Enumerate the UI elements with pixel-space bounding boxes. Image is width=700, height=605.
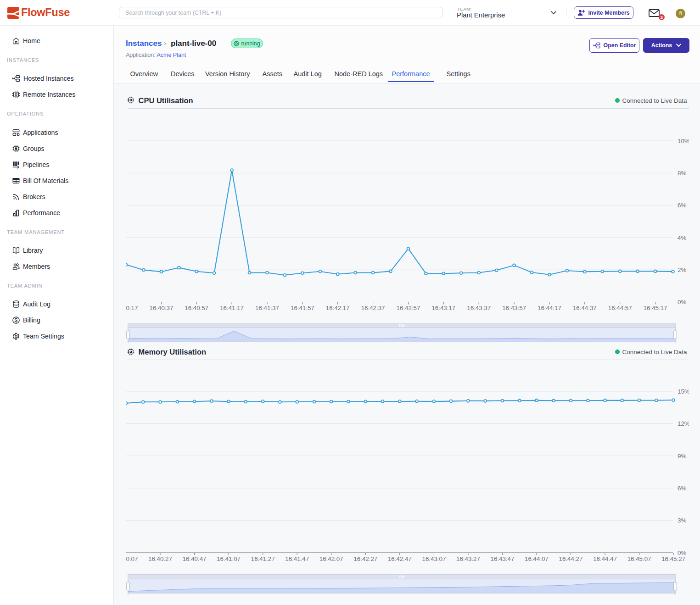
svg-text:16:41:47: 16:41:47: [285, 555, 309, 562]
svg-text:16:44:57: 16:44:57: [608, 305, 632, 311]
svg-text:16:40:57: 16:40:57: [185, 305, 208, 311]
svg-text:16:45:17: 16:45:17: [644, 305, 667, 311]
svg-text:3%: 3%: [678, 517, 686, 524]
svg-text:16:44:17: 16:44:17: [538, 305, 561, 311]
svg-text:16:42:07: 16:42:07: [319, 555, 343, 562]
svg-text:16:43:07: 16:43:07: [422, 555, 446, 562]
svg-text:6%: 6%: [678, 485, 686, 492]
svg-text:16:43:47: 16:43:47: [491, 555, 515, 562]
svg-text:6%: 6%: [678, 202, 686, 209]
svg-text:16:43:57: 16:43:57: [502, 305, 526, 311]
svg-text:16:42:17: 16:42:17: [326, 305, 350, 311]
svg-text:16:42:47: 16:42:47: [388, 555, 412, 562]
svg-text:16:41:07: 16:41:07: [217, 555, 241, 562]
svg-text:16:42:57: 16:42:57: [397, 305, 420, 311]
svg-text:16:41:17: 16:41:17: [220, 305, 244, 311]
svg-text:16:40:07: 16:40:07: [126, 555, 138, 562]
svg-text:16:44:07: 16:44:07: [525, 555, 549, 562]
svg-text:16:40:17: 16:40:17: [126, 305, 138, 311]
svg-text:8%: 8%: [678, 170, 686, 177]
svg-text:10%: 10%: [678, 138, 689, 144]
svg-text:2%: 2%: [678, 266, 686, 273]
svg-text:16:43:37: 16:43:37: [467, 305, 491, 311]
svg-text:16:41:57: 16:41:57: [291, 305, 314, 311]
svg-text:16:44:37: 16:44:37: [573, 305, 597, 311]
svg-text:16:45:27: 16:45:27: [661, 555, 685, 562]
svg-text:16:40:27: 16:40:27: [148, 555, 172, 562]
svg-text:16:44:47: 16:44:47: [593, 555, 617, 562]
svg-text:16:45:07: 16:45:07: [627, 555, 651, 562]
svg-text:16:42:27: 16:42:27: [353, 555, 377, 562]
svg-text:16:40:47: 16:40:47: [183, 555, 207, 562]
svg-text:9%: 9%: [678, 453, 686, 460]
svg-text:16:40:37: 16:40:37: [150, 305, 174, 311]
svg-text:16:41:37: 16:41:37: [255, 305, 279, 311]
svg-text:16:43:27: 16:43:27: [456, 555, 480, 562]
svg-text:4%: 4%: [678, 234, 686, 241]
svg-text:16:41:27: 16:41:27: [251, 555, 275, 562]
svg-text:12%: 12%: [678, 420, 689, 427]
svg-text:0%: 0%: [678, 299, 686, 305]
svg-text:0%: 0%: [678, 549, 686, 556]
svg-text:16:44:27: 16:44:27: [559, 555, 583, 562]
svg-text:16:42:37: 16:42:37: [361, 305, 385, 311]
svg-text:15%: 15%: [678, 388, 689, 395]
svg-text:16:43:17: 16:43:17: [431, 305, 455, 311]
